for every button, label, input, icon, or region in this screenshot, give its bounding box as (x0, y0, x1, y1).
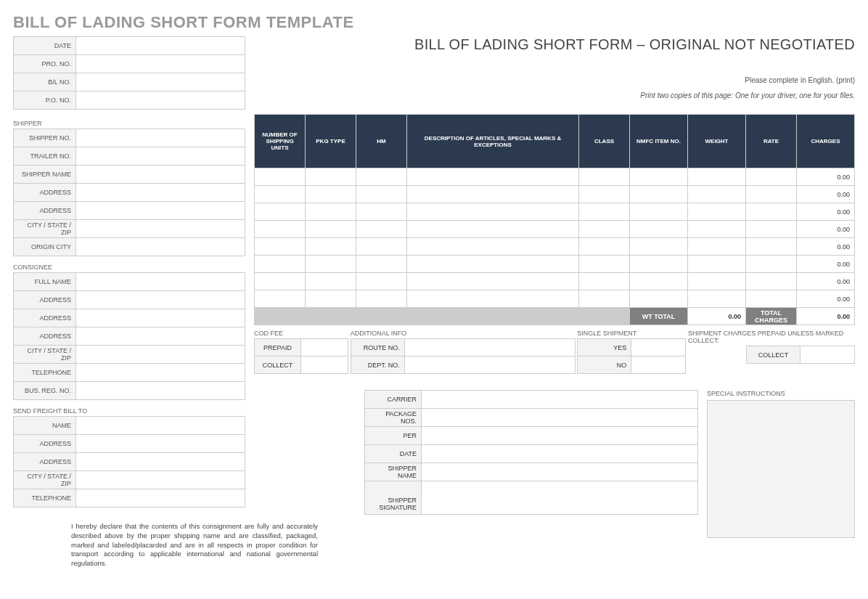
date-input[interactable] (76, 37, 245, 55)
charges-cell: 0.00 (797, 168, 855, 186)
fb-name-input[interactable] (76, 417, 245, 435)
fb-csz-input[interactable] (76, 471, 245, 489)
freight-bill-section-label: SEND FREIGHT BILL TO (13, 407, 245, 415)
item-row[interactable]: 0.00 (255, 273, 855, 290)
bl-no-input[interactable] (76, 73, 245, 91)
total-charges-value: 0.00 (797, 308, 855, 325)
consignee-busreg-input[interactable] (76, 382, 245, 400)
fb-addr1-input[interactable] (76, 435, 245, 453)
fb-phone-input[interactable] (76, 489, 245, 508)
cod-collect-label: COLLECT (255, 356, 301, 374)
shipper-origin-input[interactable] (76, 238, 245, 256)
item-row[interactable]: 0.00 (255, 221, 855, 238)
carrier-shipper-name-input[interactable] (422, 463, 698, 481)
th-weight: WEIGHT (688, 115, 746, 168)
th-units: NUMBER OF SHIPPING UNITS (255, 115, 306, 168)
shipper-section-label: SHIPPER (13, 120, 245, 127)
shipper-origin-label: ORIGIN CITY (14, 238, 76, 256)
shipper-csz-label: CITY / STATE / ZIP (14, 220, 76, 238)
charges-cell: 0.00 (797, 256, 855, 273)
wt-total-label: WT TOTAL (630, 308, 688, 325)
po-no-input[interactable] (76, 91, 245, 110)
ss-no-label: NO (578, 356, 631, 374)
fb-name-label: NAME (14, 417, 76, 435)
freight-bill-table: NAME ADDRESS ADDRESS CITY / STATE / ZIP … (13, 416, 245, 508)
pro-no-input[interactable] (76, 55, 245, 73)
cod-prepaid-input[interactable] (301, 339, 348, 356)
carrier-label: CARRIER (365, 391, 422, 409)
instructions-1: Please complete in English. (print) (254, 76, 855, 84)
wt-total-value: 0.00 (688, 308, 746, 325)
ss-yes-label: YES (578, 339, 631, 356)
pro-no-label: PRO. NO. (14, 55, 76, 73)
consignee-csz-input[interactable] (76, 346, 245, 364)
shipper-addr2-input[interactable] (76, 202, 245, 220)
carrier-input[interactable] (422, 391, 698, 409)
form-title: BILL OF LADING SHORT FORM – ORIGINAL NOT… (254, 36, 855, 53)
consignee-addr3-input[interactable] (76, 327, 245, 346)
carrier-date-label: DATE (365, 445, 422, 463)
consignee-name-input[interactable] (76, 273, 245, 291)
dept-input[interactable] (404, 356, 575, 374)
pkgnos-label: PACKAGE NOS. (365, 409, 422, 427)
trailer-no-label: TRAILER NO. (14, 147, 76, 166)
shipper-no-label: SHIPPER NO. (14, 129, 76, 147)
shipper-name-label: SHIPPER NAME (14, 166, 76, 184)
fb-csz-label: CITY / STATE / ZIP (14, 471, 76, 489)
special-instructions-input[interactable] (707, 400, 855, 538)
consignee-name-label: FULL NAME (14, 273, 76, 291)
ss-no-input[interactable] (631, 356, 686, 374)
item-row[interactable]: 0.00 (255, 168, 855, 186)
charges-cell: 0.00 (797, 238, 855, 256)
shipper-csz-input[interactable] (76, 220, 245, 238)
addl-table: ROUTE NO. DEPT. NO. (351, 338, 576, 374)
bl-no-label: B/L NO. (14, 73, 76, 91)
consignee-section-label: CONSIGNEE (13, 264, 245, 271)
page-title: BILL OF LADING SHORT FORM TEMPLATE (13, 13, 855, 32)
single-shipment-section-label: SINGLE SHIPMENT (577, 330, 686, 337)
shipper-addr1-input[interactable] (76, 184, 245, 202)
cod-table: PREPAID COLLECT (254, 338, 348, 374)
shipper-signature-input[interactable] (422, 481, 698, 515)
items-table: NUMBER OF SHIPPING UNITS PKG TYPE HM DES… (254, 114, 855, 325)
shipper-no-input[interactable] (76, 129, 245, 147)
charges-cell: 0.00 (797, 290, 855, 308)
consignee-busreg-label: BUS. REG. NO. (14, 382, 76, 400)
consignee-phone-input[interactable] (76, 364, 245, 382)
item-row[interactable]: 0.00 (255, 203, 855, 221)
th-pkg: PKG TYPE (306, 115, 356, 168)
carrier-date-input[interactable] (422, 445, 698, 463)
shipper-name-input[interactable] (76, 166, 245, 184)
charges-cell: 0.00 (797, 221, 855, 238)
consignee-phone-label: TELEPHONE (14, 364, 76, 382)
ship-charges-section-label: SHIPMENT CHARGES PREPAID UNLESS MARKED C… (688, 330, 855, 344)
carrier-shipper-name-label: SHIPPER NAME (365, 463, 422, 481)
charges-cell: 0.00 (797, 186, 855, 203)
single-shipment-table: YES NO (577, 338, 686, 374)
consignee-addr2-input[interactable] (76, 309, 245, 327)
cod-prepaid-label: PREPAID (255, 339, 301, 356)
dept-label: DEPT. NO. (351, 356, 404, 374)
item-row[interactable]: 0.00 (255, 290, 855, 308)
consignee-addr1-label: ADDRESS (14, 291, 76, 309)
fb-addr2-input[interactable] (76, 453, 245, 471)
th-hm: HM (356, 115, 407, 168)
pkgnos-input[interactable] (422, 409, 698, 427)
route-label: ROUTE NO. (351, 339, 404, 356)
item-row[interactable]: 0.00 (255, 186, 855, 203)
shipper-table: SHIPPER NO. TRAILER NO. SHIPPER NAME ADD… (13, 129, 245, 256)
th-desc: DESCRIPTION OF ARTICLES, SPECIAL MARKS &… (407, 115, 579, 168)
item-row[interactable]: 0.00 (255, 256, 855, 273)
route-input[interactable] (404, 339, 575, 356)
ss-yes-input[interactable] (631, 339, 686, 356)
consignee-addr1-input[interactable] (76, 291, 245, 309)
carrier-table: CARRIER PACKAGE NOS. PER DATE SHIPPER NA… (364, 390, 698, 515)
sc-collect-label: COLLECT (746, 346, 800, 364)
per-input[interactable] (422, 427, 698, 445)
item-row[interactable]: 0.00 (255, 238, 855, 256)
sc-collect-input[interactable] (800, 346, 854, 364)
consignee-csz-label: CITY / STATE / ZIP (14, 346, 76, 364)
trailer-no-input[interactable] (76, 147, 245, 166)
per-label: PER (365, 427, 422, 445)
cod-collect-input[interactable] (301, 356, 348, 374)
